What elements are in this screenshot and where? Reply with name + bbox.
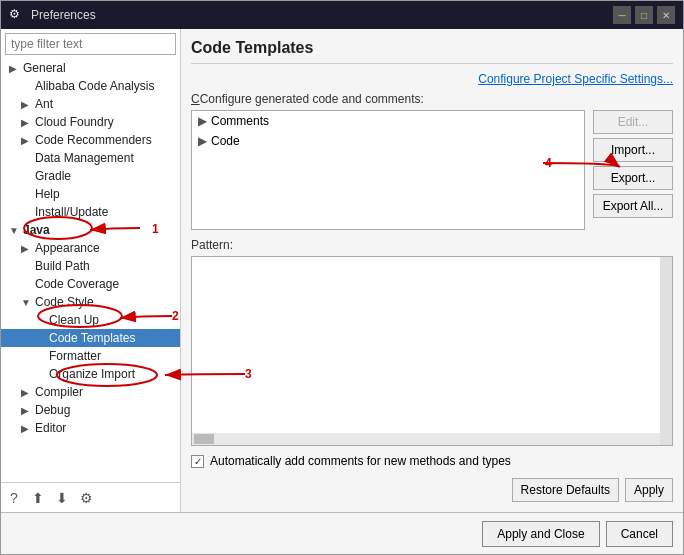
apply-and-close-button[interactable]: Apply and Close <box>482 521 599 547</box>
sidebar-item-appearance[interactable]: ▶ Appearance <box>1 239 180 257</box>
apply-button[interactable]: Apply <box>625 478 673 502</box>
sidebar-item-compiler[interactable]: ▶ Compiler <box>1 383 180 401</box>
sidebar-item-code-recommenders[interactable]: ▶ Code Recommenders <box>1 131 180 149</box>
sidebar-item-label: Compiler <box>35 385 83 399</box>
title-bar: ⚙ Preferences ─ □ ✕ <box>1 1 683 29</box>
sidebar-item-install-update[interactable]: Install/Update <box>1 203 180 221</box>
sidebar-item-alibaba[interactable]: Alibaba Code Analysis <box>1 77 180 95</box>
sidebar-item-label: Code Coverage <box>35 277 119 291</box>
sidebar-bottom: ? ⬆ ⬇ ⚙ <box>1 482 180 512</box>
preferences-window: ⚙ Preferences ─ □ ✕ ▶ General Alibaba Co… <box>0 0 684 555</box>
sidebar-item-label: Code Recommenders <box>35 133 152 147</box>
export-icon[interactable]: ⬇ <box>53 489 71 507</box>
template-tree: ▶ Comments ▶ Code <box>191 110 585 230</box>
auto-comment-label: Automatically add comments for new metho… <box>210 454 511 468</box>
expand-arrow: ▶ <box>21 135 31 146</box>
sidebar-item-label: Alibaba Code Analysis <box>35 79 154 93</box>
template-item-label: Code <box>211 134 240 148</box>
help-icon[interactable]: ? <box>5 489 23 507</box>
sidebar-item-label: Code Templates <box>49 331 136 345</box>
expand-arrow: ▶ <box>21 117 31 128</box>
sidebar-item-label: Formatter <box>49 349 101 363</box>
pattern-label: Pattern: <box>191 238 673 252</box>
window-title: Preferences <box>31 8 613 22</box>
sidebar-item-general[interactable]: ▶ General <box>1 59 180 77</box>
template-area: ▶ Comments ▶ Code Edit... Import... Expo… <box>191 110 673 230</box>
sidebar-item-label: Install/Update <box>35 205 108 219</box>
export-button[interactable]: Export... <box>593 166 673 190</box>
configure-label: CConfigure generated code and comments: <box>191 92 673 106</box>
minimize-button[interactable]: ─ <box>613 6 631 24</box>
sidebar: ▶ General Alibaba Code Analysis ▶ Ant ▶ … <box>1 29 181 512</box>
content-title: Code Templates <box>191 39 673 64</box>
restore-defaults-button[interactable]: Restore Defaults <box>512 478 619 502</box>
sidebar-item-code-style[interactable]: ▼ Code Style <box>1 293 180 311</box>
sidebar-item-java[interactable]: ▼ Java <box>1 221 180 239</box>
edit-button[interactable]: Edit... <box>593 110 673 134</box>
sidebar-item-label: Appearance <box>35 241 100 255</box>
cancel-button[interactable]: Cancel <box>606 521 673 547</box>
sidebar-item-label: Clean Up <box>49 313 99 327</box>
auto-comment-row: Automatically add comments for new metho… <box>191 454 673 468</box>
expand-arrow: ▶ <box>9 63 19 74</box>
sidebar-item-label: Organize Import <box>49 367 135 381</box>
sidebar-item-label: General <box>23 61 66 75</box>
content-panel: Code Templates Configure Project Specifi… <box>181 29 683 512</box>
window-controls: ─ □ ✕ <box>613 6 675 24</box>
sidebar-item-label: Java <box>23 223 50 237</box>
sidebar-item-debug[interactable]: ▶ Debug <box>1 401 180 419</box>
import-button[interactable]: Import... <box>593 138 673 162</box>
sidebar-item-label: Code Style <box>35 295 94 309</box>
sidebar-item-help[interactable]: Help <box>1 185 180 203</box>
expand-arrow: ▶ <box>21 423 31 434</box>
template-buttons: Edit... Import... Export... Export All..… <box>593 110 673 230</box>
horizontal-scrollbar[interactable] <box>192 433 660 445</box>
template-item-comments[interactable]: ▶ Comments <box>192 111 584 131</box>
close-button[interactable]: ✕ <box>657 6 675 24</box>
sidebar-item-label: Ant <box>35 97 53 111</box>
sidebar-item-clean-up[interactable]: Clean Up <box>1 311 180 329</box>
pattern-area: Pattern: <box>191 238 673 446</box>
expand-arrow: ▼ <box>9 225 19 236</box>
settings-icon[interactable]: ⚙ <box>77 489 95 507</box>
expand-arrow: ▶ <box>21 387 31 398</box>
main-content: ▶ General Alibaba Code Analysis ▶ Ant ▶ … <box>1 29 683 512</box>
filter-input[interactable] <box>5 33 176 55</box>
template-item-code[interactable]: ▶ Code <box>192 131 584 151</box>
auto-comment-checkbox[interactable] <box>191 455 204 468</box>
sidebar-item-formatter[interactable]: Formatter <box>1 347 180 365</box>
expand-arrow: ▶ <box>21 405 31 416</box>
expand-arrow: ▶ <box>198 134 207 148</box>
sidebar-item-label: Gradle <box>35 169 71 183</box>
sidebar-item-editor[interactable]: ▶ Editor <box>1 419 180 437</box>
expand-arrow: ▼ <box>21 297 31 308</box>
tree: ▶ General Alibaba Code Analysis ▶ Ant ▶ … <box>1 59 180 482</box>
window-icon: ⚙ <box>9 7 25 23</box>
export-all-button[interactable]: Export All... <box>593 194 673 218</box>
sidebar-item-cloud-foundry[interactable]: ▶ Cloud Foundry <box>1 113 180 131</box>
expand-arrow: ▶ <box>198 114 207 128</box>
bottom-buttons: Restore Defaults Apply <box>191 478 673 502</box>
sidebar-item-code-coverage[interactable]: Code Coverage <box>1 275 180 293</box>
sidebar-item-label: Cloud Foundry <box>35 115 114 129</box>
sidebar-item-data-management[interactable]: Data Management <box>1 149 180 167</box>
template-item-label: Comments <box>211 114 269 128</box>
sidebar-item-label: Data Management <box>35 151 134 165</box>
maximize-button[interactable]: □ <box>635 6 653 24</box>
import-icon[interactable]: ⬆ <box>29 489 47 507</box>
sidebar-item-label: Help <box>35 187 60 201</box>
sidebar-item-build-path[interactable]: Build Path <box>1 257 180 275</box>
expand-arrow: ▶ <box>21 243 31 254</box>
pattern-textarea[interactable] <box>191 256 673 446</box>
expand-arrow: ▶ <box>21 99 31 110</box>
vertical-scrollbar[interactable] <box>660 257 672 445</box>
sidebar-item-ant[interactable]: ▶ Ant <box>1 95 180 113</box>
footer: Apply and Close Cancel <box>1 512 683 554</box>
sidebar-item-label: Editor <box>35 421 66 435</box>
configure-project-link[interactable]: Configure Project Specific Settings... <box>478 72 673 86</box>
sidebar-item-gradle[interactable]: Gradle <box>1 167 180 185</box>
sidebar-item-organize-imports[interactable]: Organize Import <box>1 365 180 383</box>
sidebar-item-code-templates[interactable]: Code Templates <box>1 329 180 347</box>
sidebar-item-label: Debug <box>35 403 70 417</box>
sidebar-item-label: Build Path <box>35 259 90 273</box>
